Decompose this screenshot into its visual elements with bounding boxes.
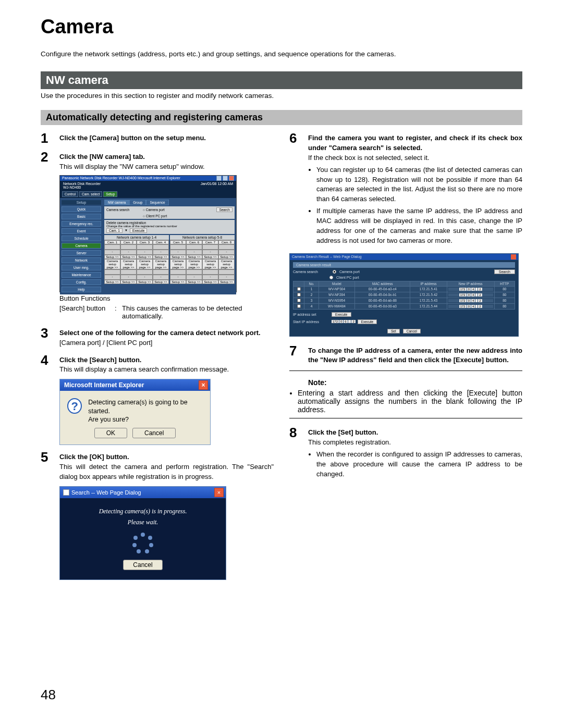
step-4-text: Click the [Search] button. <box>59 356 141 364</box>
radio-icon <box>333 270 336 274</box>
grp-right-hdr: Network camera setup 5-8 <box>170 235 235 240</box>
step-7: 7 To change the IP address of a camera, … <box>289 344 522 366</box>
progress-msg-1: Detecting camera(s) is in progress. <box>99 508 187 515</box>
nav-emergency: Emergency rec. <box>62 221 101 227</box>
step-2-text: Click the [NW camera] tab. <box>59 153 145 161</box>
close-icon <box>511 254 516 260</box>
page-number: 48 <box>41 687 56 703</box>
radio-camera-port: Camera port <box>146 208 165 212</box>
section-heading-nw-camera: NW camera <box>41 71 522 89</box>
note-bullet-1: Entering a start address and then clicki… <box>298 389 522 414</box>
step-8: 8 Click the [Set] button. This completes… <box>289 426 522 481</box>
window-title: Panasonic Network Disk Recorder WJ-ND400… <box>62 176 180 180</box>
dialog-msg-2: Are you sure? <box>88 416 129 423</box>
radio-client-pc-port: Client PC port <box>336 276 359 279</box>
step-2-desc: This will display the "NW camera setup" … <box>59 163 205 170</box>
screenshot-ie-confirm: Microsoft Internet Explorer × ? Detectin… <box>59 379 211 445</box>
divider <box>289 418 522 418</box>
step-8-bullet-1: When the recorder is configured to assig… <box>316 450 522 479</box>
close-icon: × <box>199 380 208 390</box>
step-4: 4 Click the [Search] button. This will d… <box>41 353 274 375</box>
step-6-text: Find the camera you want to register, an… <box>308 133 522 153</box>
nav-basic: Basic <box>62 214 101 219</box>
screenshot-camera-search-result: Camera Search Result -- Web Page Dialog … <box>289 253 519 337</box>
search-button-mini: Search <box>216 207 232 212</box>
radio-camera-port: Camera port <box>339 270 360 274</box>
page-title: Camera <box>41 16 522 38</box>
fn-desc: This causes the cameras to be detected a… <box>122 304 274 320</box>
step-4-desc: This will display a camera search confir… <box>59 365 229 373</box>
ok-button: OK <box>94 428 127 438</box>
ipaddr-set-label: IP address set <box>293 313 329 316</box>
search-button: Search <box>494 269 515 274</box>
delete-reg-label: Delete camera registration <box>106 221 232 225</box>
nav-server: Server <box>62 250 101 256</box>
setup-heading: Setup <box>62 200 101 205</box>
step-3: 3 Select one of the following for the ca… <box>41 326 274 348</box>
page-icon <box>63 489 69 496</box>
dialog-title: Camera Search Result -- Web Page Dialog <box>292 255 362 258</box>
tab-setup: Setup <box>103 191 117 197</box>
step-8-text: Click the [Set] button. <box>308 428 378 436</box>
start-ip-field: 17206.2 <box>332 320 356 323</box>
rtab-nwcamera: NW camera <box>104 200 129 205</box>
camera-search-label: Camera search <box>106 208 143 212</box>
panel-header: Camera search result <box>293 262 515 268</box>
nav-quick: Quick <box>62 206 101 212</box>
result-table: No. Model MAC address IP address New IP … <box>293 281 515 310</box>
nav-config: Config. <box>62 279 101 285</box>
step-number: 5 <box>41 450 54 482</box>
tab-control: Control <box>62 191 78 197</box>
step-6: 6 Find the camera you want to register, … <box>289 131 522 248</box>
nav-schedule: Schedule <box>62 236 101 241</box>
step-1-text: Click the [Camera] button on the setup m… <box>59 134 206 142</box>
spinner-icon <box>132 533 153 553</box>
start-ip-label: Start IP address <box>293 320 329 324</box>
nav-maintenance: Maintenance <box>62 272 101 278</box>
radio-client-pc-port: Client PC port <box>146 214 167 218</box>
subsection-heading-auto-detect: Automatically detecting and registering … <box>41 110 522 125</box>
progress-msg-2: Please wait. <box>128 519 158 526</box>
close-icon <box>229 176 234 181</box>
step-2: 2 Click the [NW camera] tab. This will d… <box>41 150 274 172</box>
step-6-bullet-1: You can register up to 64 cameras (the l… <box>316 165 522 204</box>
step-3-desc: [Camera port] / [Client PC port] <box>59 339 152 347</box>
min-icon <box>216 176 222 181</box>
step-8-desc: This completes registration. <box>308 438 391 446</box>
step-5-desc: This will detect the camera and perform … <box>59 462 274 482</box>
execute-button: Execute <box>358 319 377 324</box>
step-1: 1 Click the [Camera] button on the setup… <box>41 131 274 145</box>
grp-left-hdr: Network camera setup 1-4 <box>104 235 169 240</box>
step-6-bullet-2: If multiple cameras have the same IP add… <box>316 206 522 245</box>
step-number: 8 <box>289 426 303 481</box>
step-number: 3 <box>41 326 54 348</box>
step-3-text: Select one of the following for the came… <box>59 329 261 337</box>
close-icon: × <box>214 488 224 497</box>
step-number: 1 <box>41 131 54 145</box>
step-number: 2 <box>41 150 54 172</box>
step-5-text: Click the [OK] button. <box>59 453 129 461</box>
cancel-button: Cancel <box>123 560 162 570</box>
caption-button-functions: Button Functions <box>59 294 274 302</box>
step-7-text: To change the IP address of a camera, en… <box>308 346 522 366</box>
right-column: 6 Find the camera you want to register, … <box>289 131 522 585</box>
step-5: 5 Click the [OK] button. This will detec… <box>41 450 274 482</box>
max-icon <box>223 176 228 181</box>
rtab-group: Group <box>129 200 146 205</box>
radio-icon <box>329 276 333 279</box>
tab-cam-select: Cam. select <box>79 191 102 197</box>
nav-usermng: User mng. <box>62 265 101 270</box>
step-6-desc: If the check box is not selected, select… <box>308 154 430 162</box>
rtab-sequence: Sequence <box>146 200 168 205</box>
fn-label: [Search] button <box>59 304 112 320</box>
step-number: 4 <box>41 353 54 375</box>
set-button: Set <box>387 329 400 334</box>
nav-network: Network <box>62 257 101 263</box>
nav-camera: Camera <box>62 243 101 249</box>
step-number: 7 <box>289 344 303 366</box>
nav-event: Event <box>62 228 101 234</box>
dialog-msg-1: Detecting camera(s) is going to be start… <box>88 399 187 414</box>
cancel-button: Cancel <box>132 428 176 438</box>
cancel-button: Cancel <box>403 329 421 334</box>
dialog-title: Search -- Web Page Dialog <box>71 489 141 496</box>
